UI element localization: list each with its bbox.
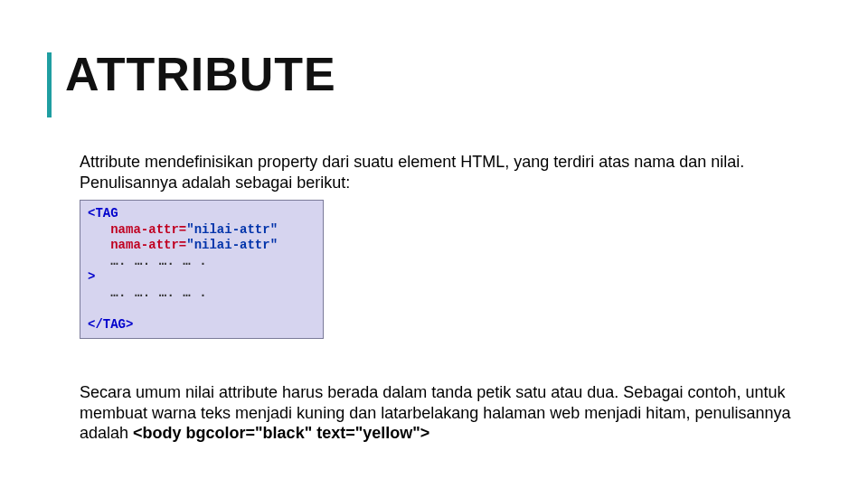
explanation-paragraph: Secara umum nilai attribute harus berada… <box>80 382 794 444</box>
code-dots-2: …. …. …. … . <box>110 286 207 300</box>
title-accent-bar <box>47 52 52 117</box>
code-dots-1: …. …. …. … . <box>110 254 207 268</box>
code-attr1-name: nama-attr <box>110 222 179 237</box>
code-attr2-name: nama-attr <box>110 238 179 252</box>
code-attr2-value: "nilai-attr" <box>186 238 278 252</box>
code-close-tag: </TAG> <box>88 317 133 332</box>
code-close-angle: > <box>88 269 95 284</box>
code-example-box: <TAG nama-attr="nilai-attr" nama-attr="n… <box>80 200 324 339</box>
slide-body: Attribute mendefinisikan property dari s… <box>80 152 794 444</box>
code-attr1-value: "nilai-attr" <box>186 222 278 237</box>
intro-paragraph: Attribute mendefinisikan property dari s… <box>80 152 794 192</box>
slide: ATTRIBUTE Attribute mendefinisikan prope… <box>0 0 868 488</box>
code-example: <TAG nama-attr="nilai-attr" nama-attr="n… <box>88 206 316 333</box>
slide-title: ATTRIBUTE <box>65 47 336 101</box>
code-open-tag: <TAG <box>88 206 118 221</box>
explanation-code-sample: <body bgcolor="black" text="yellow"> <box>133 424 429 442</box>
